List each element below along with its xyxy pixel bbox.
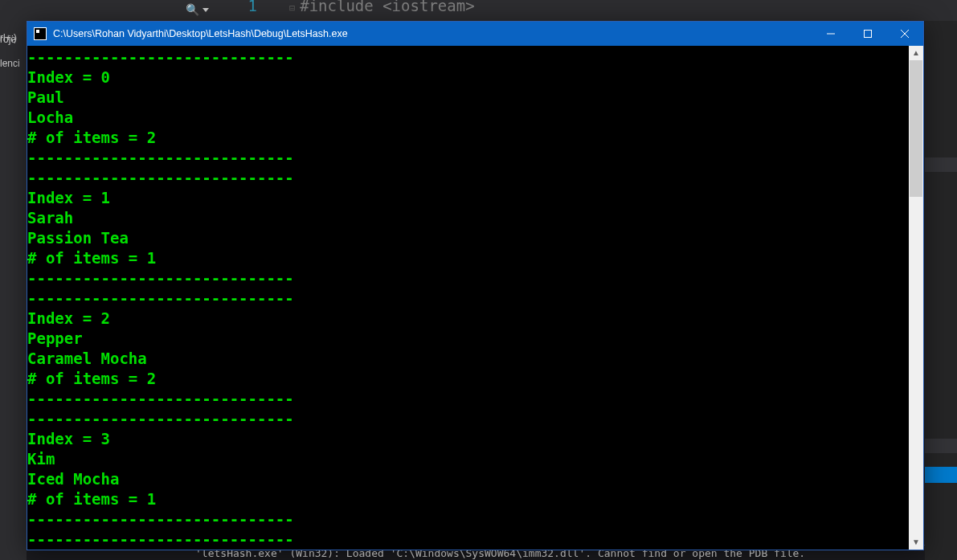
console-output: ----------------------------- Index = 0 …	[27, 46, 909, 550]
panel-row	[925, 439, 957, 453]
chevron-up-icon: ▲	[912, 49, 920, 57]
window-title: C:\Users\Rohan Vidyarthi\Desktop\LetsHas…	[53, 28, 812, 39]
chevron-down-icon	[202, 8, 209, 12]
search-icon: 🔍	[186, 3, 199, 16]
maximize-icon	[864, 30, 872, 38]
side-label: lenci	[0, 58, 20, 69]
scroll-up-button[interactable]: ▲	[909, 46, 923, 60]
ide-toolbar: 🔍 1 ⊟#include <iostream>	[0, 0, 957, 21]
svg-rect-1	[865, 31, 872, 38]
search-box[interactable]: 🔍	[161, 0, 209, 19]
scroll-down-button[interactable]: ▼	[909, 535, 923, 550]
ide-left-panel: rl+;) roje lenci	[0, 21, 27, 560]
side-label: roje	[0, 34, 16, 45]
close-icon	[901, 30, 909, 38]
scroll-thumb[interactable]	[910, 60, 922, 197]
ide-right-panel	[925, 21, 957, 560]
vertical-scrollbar[interactable]: ▲ ▼	[909, 46, 923, 550]
maximize-button[interactable]	[849, 22, 886, 46]
titlebar[interactable]: C:\Users\Rohan Vidyarthi\Desktop\LetsHas…	[27, 22, 923, 46]
console-window: C:\Users\Rohan Vidyarthi\Desktop\LetsHas…	[27, 21, 924, 550]
minimize-icon	[827, 30, 835, 38]
scroll-track[interactable]	[909, 60, 923, 535]
chevron-down-icon: ▼	[912, 538, 920, 546]
panel-row	[925, 157, 957, 172]
panel-row-selected	[925, 467, 957, 483]
code-text: #include <iostream>	[300, 0, 474, 14]
app-icon	[34, 27, 47, 40]
minimize-button[interactable]	[812, 22, 849, 46]
fold-toggle-icon[interactable]: ⊟	[289, 2, 295, 14]
editor-code-line: 1 ⊟#include <iostream>	[233, 0, 475, 14]
close-button[interactable]	[886, 22, 923, 46]
line-number: 1	[233, 0, 257, 14]
